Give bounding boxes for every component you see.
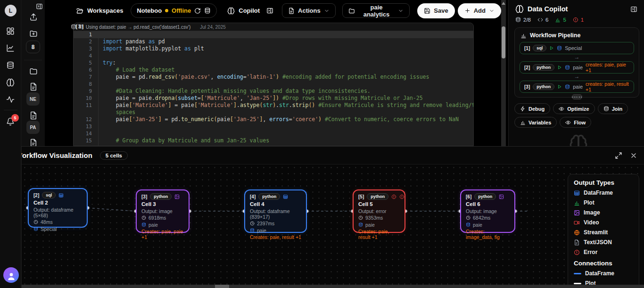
node-index: [4] — [250, 194, 256, 199]
line-number: 3 — [74, 45, 98, 52]
collapse-panel-icon[interactable] — [630, 6, 637, 13]
code-line: 15 # Group data by Matricule and sum Jan… — [74, 137, 473, 144]
action-flow-button[interactable]: Flow — [560, 117, 591, 128]
new-folder-icon[interactable] — [29, 29, 38, 38]
workspaces-button[interactable]: Workspaces — [76, 7, 123, 15]
main-scrollbar[interactable] — [501, 0, 506, 146]
notebook-file-icon[interactable] — [29, 82, 38, 91]
legend-label: Streamlit — [584, 229, 608, 236]
notifications-bell-icon[interactable]: 5 — [6, 117, 15, 126]
workflow-node-cell-6[interactable]: [6]pythonCell 6Output: image6842mspaieCr… — [460, 189, 515, 233]
pipeline-arrow-icon: → — [515, 74, 639, 80]
node-output: Output: error — [358, 208, 400, 214]
eye-icon — [565, 120, 571, 125]
file-count-badge[interactable]: 8 — [26, 41, 40, 53]
line-content — [98, 52, 473, 59]
scrollbar-thumb[interactable] — [502, 26, 505, 58]
stat-value: 6 — [545, 17, 548, 23]
add-button[interactable]: Add — [458, 3, 501, 18]
connection-line-swatch — [574, 283, 581, 284]
workflow-canvas[interactable]: [2]sqlCell 2Output: dataframe (5×68)48ms… — [22, 165, 641, 285]
action-label: Join — [612, 106, 623, 112]
project-label: paie analytics — [358, 4, 395, 18]
project-selector-button[interactable]: paie analytics — [342, 3, 410, 18]
time-value: 48ms — [41, 219, 53, 225]
image-icon — [174, 194, 180, 199]
notebook-file-icon[interactable] — [29, 111, 38, 120]
file-chip-pa[interactable]: PA — [26, 121, 40, 134]
dashboard-icon[interactable] — [6, 27, 15, 35]
node-header: [4]python — [250, 193, 301, 200]
action-join-button[interactable]: Join — [598, 103, 628, 114]
copilot-stats: 2/8651 — [509, 13, 644, 23]
table-icon — [283, 194, 288, 199]
workflow-node-cell-3[interactable]: [3]pythonCell 3Output: image6918mspaieCr… — [136, 189, 190, 233]
legend-label: DataFrame — [584, 189, 613, 196]
pipeline-step[interactable]: [2]pythonpaiecreates: paie, paie +1 — [520, 61, 634, 74]
close-panel-icon[interactable] — [630, 152, 637, 159]
user-avatar[interactable]: L — [5, 5, 17, 16]
collapse-sidebar-icon[interactable] — [36, 3, 43, 10]
workflow-node-cell-5[interactable]: [5]pythonCell 5Output: error9353mspaieCr… — [353, 189, 405, 233]
pipeline-step[interactable]: [3]pythonpaiecreates: paie, result +1 — [520, 81, 634, 93]
node-output: Output: dataframe (839×17) — [250, 208, 301, 220]
database-icon — [250, 228, 255, 233]
action-optimize-button[interactable]: Optimize — [553, 103, 594, 114]
copilot-toggle-button[interactable]: Copilot — [227, 7, 260, 15]
action-label: Debug — [528, 106, 545, 112]
action-debug-button[interactable]: Debug — [514, 103, 550, 114]
node-connections — [22, 165, 641, 285]
chevron-down-icon — [489, 8, 495, 14]
profile-avatar[interactable] — [3, 267, 19, 283]
expand-panel-icon[interactable] — [615, 152, 622, 159]
line-number: 4 — [74, 52, 98, 59]
folder-icon[interactable] — [29, 67, 38, 75]
node-dataset: paie — [141, 222, 184, 228]
copilot-stat: 1 — [573, 17, 584, 23]
line-content: # Group data by Matricule and sum Jan-25… — [98, 137, 473, 144]
panel-toggle-icon[interactable] — [266, 7, 273, 14]
line-content — [98, 123, 473, 130]
refresh-icon[interactable] — [194, 8, 201, 14]
database-icon[interactable] — [204, 8, 211, 14]
action-variables-button[interactable]: Variables — [514, 117, 557, 128]
notebook-status-pill[interactable]: Noteboo Offline — [131, 3, 217, 18]
code-line: 5try: — [74, 59, 473, 66]
pipeline-step[interactable]: [1]sqlSpecial — [520, 42, 634, 54]
node-index: [6] — [466, 194, 471, 199]
language-badge: sql — [533, 45, 546, 51]
workflow-pipeline-card: Workflow Pipeline [1]sqlSpecial→[2]pytho… — [514, 27, 639, 98]
save-button[interactable]: Save — [417, 3, 454, 18]
analytics-icon[interactable] — [6, 44, 15, 52]
workflow-node-cell-2[interactable]: [2]sqlCell 2Output: dataframe (5×68)48ms… — [28, 188, 88, 228]
node-dataset: paie — [466, 222, 510, 228]
notification-count-badge: 5 — [11, 114, 19, 122]
code-editor[interactable]: 12import pandas as pd3import matplotlib.… — [74, 31, 473, 146]
offline-status-dot — [165, 9, 168, 12]
node-title: Cell 2 — [33, 200, 82, 206]
activity-icon[interactable] — [6, 95, 15, 104]
node-header: [5]python — [358, 193, 400, 200]
database-icon — [358, 222, 363, 227]
node-dataset: paie — [358, 222, 400, 228]
scroll-up-arrow[interactable] — [502, 2, 505, 5]
node-creates: Creates: paie, result +1 — [358, 229, 400, 240]
datasets-icon[interactable] — [6, 61, 15, 70]
node-output: Output: image — [466, 208, 510, 214]
notebook-file-icon[interactable] — [29, 139, 38, 146]
node-title: Cell 3 — [141, 201, 184, 207]
line-number: 5 — [74, 59, 98, 66]
node-header: [2]sql — [33, 192, 82, 198]
node-creates: Creates: paie, result +1 — [250, 234, 301, 240]
save-icon — [424, 8, 430, 14]
copilot-icon[interactable] — [6, 78, 15, 87]
line-number: 7 — [74, 74, 98, 81]
drag-handle[interactable] — [572, 94, 582, 99]
workflow-node-cell-4[interactable]: [4]pythonCell 4Output: dataframe (839×17… — [244, 189, 307, 233]
legend-panel: Output Types DataFramePlotImageVideoStre… — [568, 174, 639, 288]
file-chip-ne[interactable]: NE — [26, 92, 40, 106]
upload-icon[interactable] — [29, 13, 38, 21]
actions-menu-button[interactable]: Actions — [282, 3, 336, 18]
scrollbar-thumb[interactable] — [215, 285, 229, 288]
horizontal-scrollbar[interactable] — [22, 285, 644, 288]
